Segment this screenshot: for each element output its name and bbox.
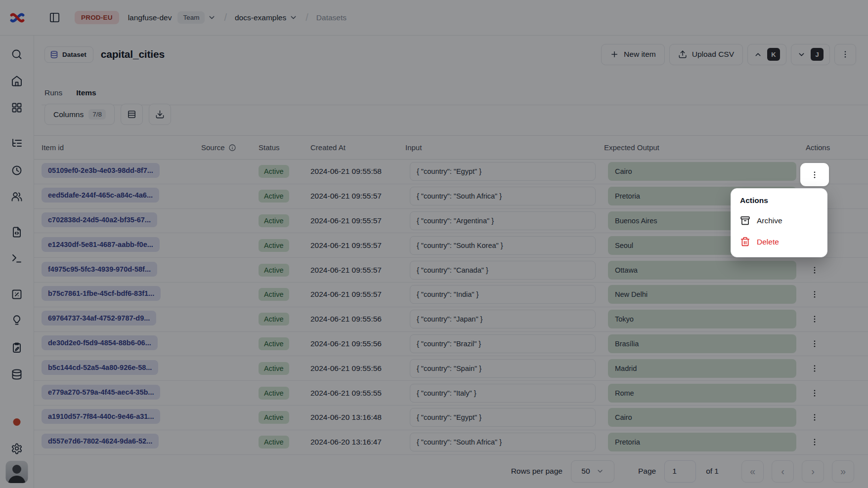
archive-icon [740, 215, 750, 226]
actions-context-menu: Actions Archive Delete [731, 188, 827, 257]
langfuse-app: PROD-EU langfuse-dev Team / docs-example… [0, 0, 868, 488]
open-row-kebab-menu-button[interactable] [800, 163, 829, 186]
menu-item-delete[interactable]: Delete [735, 232, 823, 251]
context-menu-title: Actions [735, 195, 823, 211]
menu-item-archive[interactable]: Archive [735, 211, 823, 230]
trash-icon [740, 237, 750, 247]
more-vertical-icon [810, 170, 819, 179]
